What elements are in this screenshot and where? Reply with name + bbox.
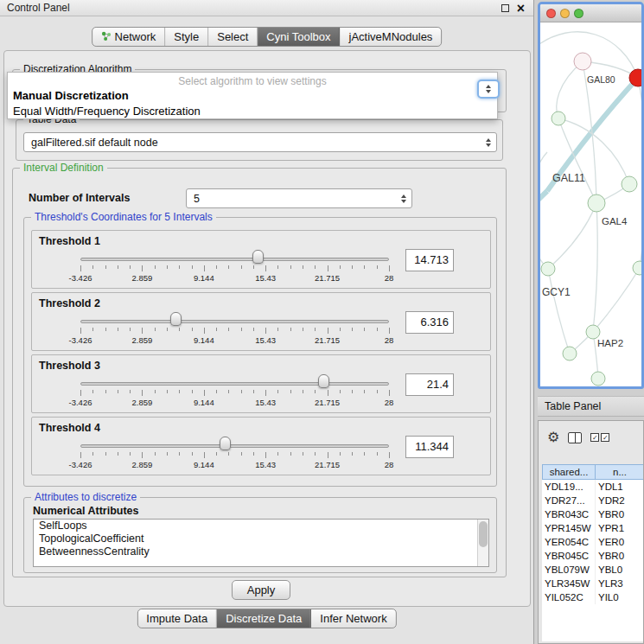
column-header[interactable]: n... (596, 464, 644, 480)
threshold-value-field[interactable]: 14.713 (405, 249, 454, 271)
slider-track[interactable] (80, 320, 389, 323)
list-item[interactable]: BetweennessCentrality (34, 545, 488, 558)
network-node[interactable] (586, 325, 600, 339)
list-item[interactable]: TopologicalCoefficient (34, 532, 488, 545)
table-cell: YBL079W (542, 563, 596, 577)
threshold-block-2: Threshold 2-3.4262.8599.14415.4321.71528… (31, 292, 491, 351)
table-row[interactable]: YER054CYER0 (542, 535, 644, 549)
network-node[interactable] (588, 194, 605, 212)
table-row[interactable]: YIL052CYIL0 (542, 590, 644, 604)
traffic-light-minimize-icon[interactable] (560, 9, 570, 18)
network-node[interactable] (574, 53, 591, 70)
table-cell: YBR043C (542, 507, 596, 521)
combo-arrows-icon (486, 138, 491, 147)
table-row[interactable]: YBR045CYBR0 (542, 549, 644, 563)
algorithm-option-equal-width[interactable]: Equal Width/Frequency Discretization (13, 105, 201, 118)
network-view-window: GAL80GAL11GAL4GCY1HAP2 (538, 2, 644, 389)
close-icon[interactable]: × (517, 3, 525, 13)
table-row[interactable]: YBR043CYBR0 (542, 507, 644, 521)
attributes-list[interactable]: SelfLoopsTopologicalCoefficientBetweenne… (33, 519, 489, 567)
algorithm-option-manual[interactable]: Manual Discretization (13, 89, 129, 102)
tab-select[interactable]: Select (208, 28, 258, 46)
slider-track[interactable] (80, 444, 389, 448)
slider-track[interactable] (80, 382, 389, 386)
threshold-slider[interactable]: -3.4262.8599.14415.4321.71528 (80, 355, 389, 414)
scrollbar-thumb[interactable] (479, 521, 488, 547)
table-row[interactable]: YDR27...YDR2 (542, 494, 644, 507)
slider-thumb[interactable] (170, 312, 182, 326)
slider-track[interactable] (80, 258, 389, 261)
scale-label: 21.715 (315, 398, 340, 407)
table-cell: YBL0 (596, 563, 644, 577)
slider-thumb[interactable] (318, 374, 329, 388)
network-node[interactable] (552, 112, 565, 125)
tab-jactivemnodules[interactable]: jActiveMNodules (341, 28, 442, 46)
scale-label: 28 (385, 335, 394, 345)
slider-thumb[interactable] (252, 250, 264, 264)
columns-icon[interactable] (568, 432, 582, 443)
network-node[interactable] (563, 347, 577, 360)
algorithm-combo-stepper[interactable] (477, 80, 500, 99)
table-cell: YDL1 (596, 480, 644, 494)
network-edge (540, 152, 548, 269)
tab-infer-network[interactable]: Infer Network (311, 609, 395, 628)
table-data-combobox[interactable]: galFiltered.sif default node (23, 132, 497, 152)
network-node[interactable] (541, 262, 555, 276)
network-edge-thick (540, 191, 547, 223)
tab-discretize-data[interactable]: Discretize Data (217, 609, 311, 628)
table-row[interactable]: YDL19...YDL1 (542, 480, 644, 494)
scale-label: -3.426 (69, 273, 92, 283)
intervals-combobox[interactable]: 5 (186, 188, 412, 208)
threshold-slider[interactable]: -3.4262.8599.14415.4321.71528 (80, 418, 389, 476)
algorithm-dropdown-popup: Select algorithm to view settings Manual… (7, 72, 498, 119)
list-item[interactable]: SelfLoops (34, 520, 488, 532)
apply-button[interactable]: Apply (232, 580, 290, 600)
threshold-slider[interactable]: -3.4262.8599.14415.4321.71528 (80, 231, 389, 290)
table-cell: YIL0 (596, 590, 644, 604)
table-toolbar: ⚙ ✓ ✓ (539, 421, 643, 454)
tab-style[interactable]: Style (165, 28, 208, 46)
tab-cyni-toolbox[interactable]: Cyni Toolbox (258, 28, 340, 46)
combo-arrows-icon (401, 194, 406, 203)
threshold-value-field[interactable]: 21.4 (405, 373, 454, 396)
slider-thumb[interactable] (220, 437, 231, 450)
threshold-block-4: Threshold 4-3.4262.8599.14415.4321.71528… (31, 417, 491, 475)
tab-label: jActiveMNodules (349, 30, 433, 43)
network-node[interactable] (591, 372, 605, 386)
restore-icon[interactable] (501, 4, 509, 12)
table-row[interactable]: YBL079WYBL0 (542, 563, 644, 577)
scale-label: 9.144 (194, 335, 214, 345)
tab-impute-data[interactable]: Impute Data (137, 609, 217, 628)
column-header[interactable]: shared... (542, 464, 596, 480)
number-of-intervals-label: Number of Intervals (29, 192, 130, 204)
slider-ticks (80, 265, 389, 271)
checkbox-icon[interactable]: ✓ (601, 433, 609, 442)
threshold-slider[interactable]: -3.4262.8599.14415.4321.71528 (80, 293, 389, 352)
network-node[interactable] (633, 261, 641, 275)
traffic-light-close-icon[interactable] (546, 9, 556, 18)
scale-label: 2.859 (132, 398, 153, 407)
slider-ticks (80, 452, 389, 458)
traffic-light-zoom-icon[interactable] (574, 9, 583, 18)
checkbox-icon[interactable]: ✓ (590, 433, 599, 442)
scale-label: 28 (385, 460, 394, 469)
numerical-attributes-label: Numerical Attributes (33, 505, 138, 517)
traffic-lights (546, 9, 583, 18)
table-cell: YLR3 (596, 577, 644, 590)
tab-network[interactable]: Network (92, 28, 166, 46)
threshold-value-field[interactable]: 11.344 (405, 436, 454, 458)
group-title: Attributes to discretize (31, 491, 140, 503)
table-row[interactable]: YPR145WYPR1 (542, 521, 644, 535)
threshold-value-field[interactable]: 6.316 (405, 311, 454, 334)
group-title: Interval Definition (20, 162, 107, 174)
attributes-scrollbar[interactable] (477, 520, 488, 566)
threshold-block-3: Threshold 3-3.4262.8599.14415.4321.71528… (31, 354, 491, 413)
network-titlebar[interactable] (540, 4, 641, 22)
network-node[interactable] (622, 176, 637, 192)
table-cell: YPR1 (596, 521, 644, 535)
network-canvas[interactable]: GAL80GAL11GAL4GCY1HAP2 (540, 22, 641, 386)
attributes-group: Attributes to discretize Numerical Attri… (23, 497, 497, 573)
tab-label: Discretize Data (226, 612, 302, 625)
gear-icon[interactable]: ⚙ (547, 430, 559, 444)
table-row[interactable]: YLR345WYLR3 (542, 577, 644, 590)
